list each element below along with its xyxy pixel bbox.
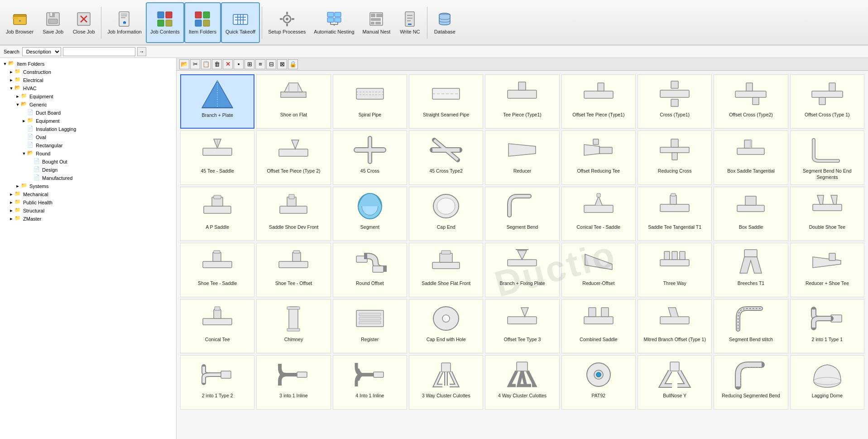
tree-item-rectangular[interactable]: 📄 Rectangular [2,141,174,150]
grid-x-button[interactable]: ✕ [223,59,233,69]
grid-item-branch-plate[interactable]: Branch + Plate [180,74,254,129]
grid-item-saddle-shoe-flat-front[interactable]: Saddle Shoe Flat Front [409,243,483,297]
grid-item-shoe-on-flat[interactable]: Shoe on Flat [256,74,331,129]
search-input[interactable] [63,47,135,56]
grid-item-ap-saddle[interactable]: A P Saddle [180,187,254,241]
close-job-button[interactable]: Close Job [68,2,99,43]
tree-toggle[interactable]: ► [21,118,27,124]
grid-item-4-way-cluster-culottes[interactable]: 4 Way Cluster Culottes [485,355,559,410]
grid-item-register[interactable]: Register [333,299,407,353]
write-nc-button[interactable]: Write NC [394,2,425,43]
grid-item-lagging-dome[interactable]: Lagging Dome [790,355,864,410]
tree-toggle[interactable]: ► [8,191,14,198]
tree-toggle[interactable]: ▼ [2,61,8,67]
tree-toggle[interactable]: ► [8,199,14,206]
grid-item-offset-cross-type2[interactable]: Offset Cross (Type2) [714,74,788,129]
grid-item-box-saddle-tangential[interactable]: Box Saddle Tangential [714,130,788,185]
grid-item-saddle-tee-tangential-t1[interactable]: Saddle Tee Tangential T1 [638,187,712,241]
tree-item-bought-out[interactable]: 📄 Bought Out [2,158,174,166]
tree-toggle[interactable]: ▼ [14,101,21,108]
tree-item-construction[interactable]: ► 📁 Construction [2,68,174,76]
tree-toggle[interactable]: ► [14,93,21,100]
search-type-select[interactable]: Description Name Code [22,47,61,56]
tree-toggle[interactable]: ► [8,216,14,222]
tree-item-generic[interactable]: ▼ 📂 Generic [2,101,174,109]
tree-item-hvac-equipment[interactable]: ► 📁 Equipment [2,92,174,101]
tree-toggle[interactable]: ▼ [8,85,14,92]
tree-item-manufactured[interactable]: 📄 Manufactured [2,174,174,182]
tree-item-hvac[interactable]: ▼ 📂 HVAC [2,84,174,92]
grid-item-breeches-t1[interactable]: Breeches T1 [714,243,788,297]
grid-item-2-into-1-type2[interactable]: 2 into 1 Type 2 [180,355,254,410]
grid-item-offset-reducing-tee[interactable]: Offset Reducing Tee [561,130,636,185]
grid-item-45-cross-type2[interactable]: 45 Cross Type2 [409,130,483,185]
save-job-button[interactable]: Save Job [38,2,68,43]
grid-open-button[interactable]: 📂 [179,59,189,69]
grid-item-reducing-cross[interactable]: Reducing Cross [638,130,712,185]
grid-item-offset-tee-type3[interactable]: Offset Tee Type 3 [485,299,559,353]
tree-item-public-health[interactable]: ► 📁 Public Health [2,198,174,207]
grid-item-box-saddle[interactable]: Box Saddle [714,187,788,241]
tree-item-item-folders[interactable]: ▼ 📂 Item Folders [2,60,174,68]
manual-nest-button[interactable]: Manual Nest [359,2,395,43]
grid-item-3-way-cluster-culottes[interactable]: 3 Way Cluster Culottes [409,355,483,410]
grid-view3-button[interactable]: ≡ [255,59,265,69]
tree-item-mechanical[interactable]: ► 📁 Mechanical [2,190,174,198]
grid-item-3-into-1-inline[interactable]: 3 into 1 Inline [256,355,331,410]
tree-item-oval[interactable]: 📄 Oval [2,133,174,141]
grid-delete-button[interactable]: 🗑 [212,59,222,69]
grid-item-45-cross[interactable]: 45 Cross [333,130,407,185]
grid-lock-button[interactable]: 🔒 [288,59,298,69]
tree-toggle[interactable]: ▼ [21,150,27,157]
tree-toggle[interactable]: ► [8,207,14,214]
grid-item-mitred-branch-offset-type1[interactable]: Mitred Branch Offset (Type 1) [638,299,712,353]
tree-item-duct-board[interactable]: 📄 Duct Board [2,109,174,117]
tree-toggle[interactable]: ► [8,77,14,83]
grid-item-4-into-1-inline[interactable]: 4 Into 1 Inline [333,355,407,410]
grid-item-reducer-offset[interactable]: Reducer-Offset [561,243,636,297]
grid-copy-button[interactable]: 📋 [201,59,211,69]
setup-processes-button[interactable]: Setup Processes [264,2,310,43]
tree-toggle[interactable]: ► [14,183,21,189]
grid-item-conical-tee-saddle[interactable]: Conical Tee - Saddle [561,187,636,241]
grid-view2-button[interactable]: ⊞ [245,59,254,69]
grid-item-combined-saddle[interactable]: Combined Saddle [561,299,636,353]
tree-item-zmaster[interactable]: ► 📁 ZMaster [2,215,174,223]
tree-item-equipment[interactable]: ► 📁 Equipment [2,117,174,125]
grid-item-reducer-shoe-tee[interactable]: Reducer + Shoe Tee [790,243,864,297]
grid-item-reducing-segmented-bend[interactable]: Reducing Segmented Bend [714,355,788,410]
grid-item-reducer[interactable]: Reducer [485,130,559,185]
grid-item-shoe-tee-offset[interactable]: Shoe Tee - Offset [256,243,331,297]
grid-item-branch-fixing-plate[interactable]: Branch + Fixing Plate [485,243,559,297]
grid-item-cross-type1[interactable]: Cross (Type1) [638,74,712,129]
grid-item-bullnose-y[interactable]: BullNose Y [638,355,712,410]
grid-item-straight-seamed-pipe[interactable]: Straight Seamed Pipe [409,74,483,129]
grid-item-round-offset[interactable]: Round Offset [333,243,407,297]
grid-item-offset-tee-piece-type1[interactable]: Offset Tee Piece (Type1) [561,74,636,129]
item-folders-button[interactable]: Item Folders [184,2,221,43]
grid-item-spiral-pipe[interactable]: Spiral Pipe [333,74,407,129]
job-information-button[interactable]: i Job Information [103,2,146,43]
grid-item-2-into-1-type1[interactable]: 2 into 1 Type 1 [790,299,864,353]
tree-item-systems[interactable]: ► 📁 Systems [2,182,174,190]
tree-toggle[interactable]: ► [8,69,14,75]
grid-item-offset-tee-piece-type2[interactable]: Offset Tee Piece (Type 2) [256,130,331,185]
tree-item-electrical[interactable]: ► 📁 Electrical [2,76,174,84]
job-browser-button[interactable]: Job Browser [2,2,38,43]
grid-item-cap-end[interactable]: Cap End [409,187,483,241]
grid-item-segment[interactable]: Segment [333,187,407,241]
grid-item-double-shoe-tee[interactable]: Double Shoe Tee [790,187,864,241]
grid-item-segment-bend-stitch[interactable]: Segment Bend stitch [714,299,788,353]
grid-item-offset-cross-type1[interactable]: Offset Cross (Type 1) [790,74,864,129]
database-button[interactable]: Database [429,2,460,43]
grid-item-tee-piece-type1[interactable]: Tee Piece (Type1) [485,74,559,129]
tree-item-insulation-lagging[interactable]: 📄 Insulation Lagging [2,125,174,133]
automatic-nesting-button[interactable]: Automatic Nesting [310,2,358,43]
grid-item-45-tee-saddle[interactable]: 45 Tee - Saddle [180,130,254,185]
grid-item-chimney[interactable]: Chimney [256,299,331,353]
grid-item-pat92[interactable]: PAT92 [561,355,636,410]
grid-item-conical-tee[interactable]: Conical Tee [180,299,254,353]
quick-takeoff-button[interactable]: Quick Takeoff [221,2,260,43]
grid-item-saddle-shoe-dev-front[interactable]: Saddle Shoe Dev Front [256,187,331,241]
grid-item-segment-bend-no-end-segments[interactable]: Segment Bend No End Segments [790,130,864,185]
